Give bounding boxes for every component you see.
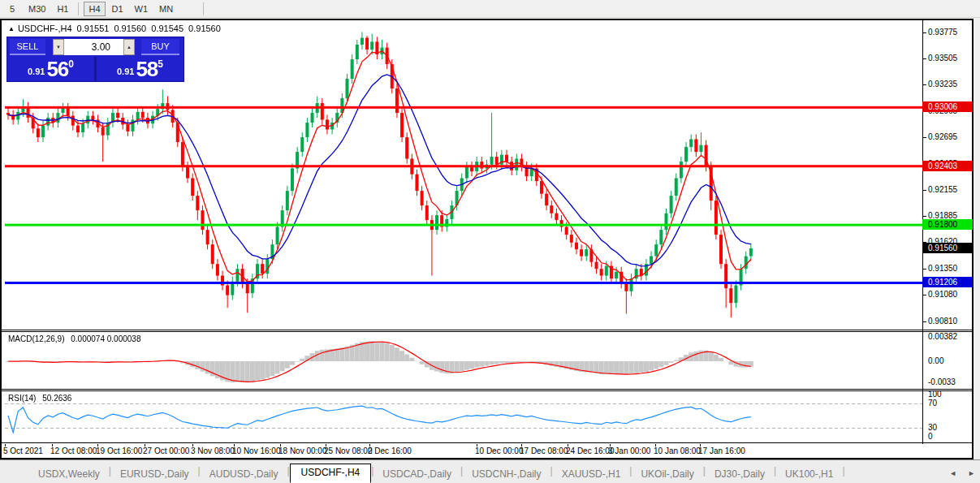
price-tick-label: 0.93775 [928, 28, 957, 37]
time-tick-label: 17 Jan 16:00 [698, 446, 745, 455]
ohlc-open: 0.91551 [77, 24, 110, 33]
one-click-trading-panel: SELL ▼ 3.00 ▲ BUY 0.91560 0.91585 [6, 37, 184, 82]
tab-scroll-left-icon[interactable]: ◄ [949, 469, 956, 477]
price-tick-label: 0.93505 [928, 54, 957, 63]
timeframe-toolbar: 5M30H1H4D1W1MN [0, 0, 980, 18]
macd-values: 0.000074 0.000038 [71, 334, 140, 343]
chart-tab-ukoil-daily[interactable]: UKOil-,Daily [632, 466, 702, 483]
timeframe-button-d1[interactable]: D1 [107, 2, 128, 16]
price-tick-label: 0.90810 [928, 317, 957, 326]
price-tick-mark [922, 321, 926, 322]
chart-tab-uk100-h1[interactable]: UK100-,H1 [776, 466, 842, 483]
chart-tab-usdcnh-daily[interactable]: USDCNH-,Daily [463, 466, 550, 483]
rsi-name: RSI(14) [8, 394, 36, 403]
rsi-axis-label: 0 [928, 432, 933, 442]
time-tick-label: 17 Dec 08:00 [520, 446, 568, 455]
toolbar-separator [203, 2, 204, 15]
timeframe-button-5[interactable]: 5 [2, 2, 22, 16]
price-tick-label: 0.92155 [928, 185, 957, 195]
sell-price-button[interactable]: 0.91560 [7, 57, 94, 81]
timeframe-button-w1[interactable]: W1 [130, 2, 153, 16]
macd-name: MACD(12,26,9) [8, 334, 64, 343]
price-tick-label: 0.91080 [928, 290, 957, 300]
time-tick-label: 2 Dec 16:00 [368, 446, 412, 455]
collapse-panel-icon[interactable]: ▲ [8, 25, 15, 32]
chart-window: ▲USDCHF-,H4 0.91551 0.91560 0.91545 0.91… [0, 19, 974, 459]
time-tick-label: 27 Oct 00:00 [143, 446, 189, 455]
price-level-badge: 0.91800 [922, 219, 973, 230]
timeframe-button-h1[interactable]: H1 [52, 2, 73, 16]
time-tick-label: 3 Jan 00:00 [608, 446, 650, 455]
pane-divider-main-macd[interactable] [2, 330, 972, 332]
price-tick-mark [922, 190, 926, 191]
volume-increase-button[interactable]: ▲ [123, 39, 135, 55]
buy-price-button[interactable]: 0.91585 [97, 57, 183, 81]
chart-ohlc-header: ▲USDCHF-,H4 0.91551 0.91560 0.91545 0.91… [8, 24, 223, 33]
chart-tab-xauusd-h1[interactable]: XAUUSD-,H1 [553, 466, 630, 483]
ohlc-high: 0.91560 [114, 24, 146, 33]
price-tick-mark [922, 58, 926, 59]
price-level-badge: 0.92403 [922, 161, 973, 171]
price-tick-mark [922, 295, 926, 295]
chart-tab-usdcad-daily[interactable]: USDCAD-,Daily [373, 466, 460, 483]
time-axis[interactable]: 5 Oct 202112 Oct 08:0019 Oct 16:0027 Oct… [2, 444, 972, 458]
toolbar-separator [78, 2, 79, 15]
tab-scroll-right-icon[interactable]: ► [968, 469, 975, 477]
chart-tab-dj30-daily[interactable]: DJ30-,Daily [706, 466, 774, 483]
macd-axis-label: 0.00382 [928, 332, 957, 342]
timeframe-button-mn[interactable]: MN [154, 2, 178, 16]
rsi-value: 50.2636 [42, 394, 71, 403]
price-tick-label: 0.91350 [928, 264, 957, 274]
chart-tab-bar: USDX,Weekly|EURUSD-,Daily|AUDUSD-,Daily|… [0, 459, 980, 483]
tab-divider: | [842, 465, 844, 478]
time-tick-label: 10 Dec 00:00 [475, 446, 524, 455]
time-tick-label: 12 Oct 08:00 [50, 446, 97, 455]
price-tick-mark [922, 269, 926, 270]
price-tick-label: 0.93235 [928, 80, 957, 89]
buy-price-prefix: 0.91 [117, 67, 134, 76]
buy-price-pip: 5 [158, 58, 163, 70]
rsi-axis-label: 70 [928, 399, 937, 408]
price-level-badge: 0.91560 [922, 243, 973, 253]
time-tick-label: 5 Oct 2021 [3, 446, 43, 455]
buy-price-big: 58 [136, 57, 158, 81]
macd-label: MACD(12,26,9) 0.000074 0.000038 [8, 334, 140, 343]
timeframe-button-m30[interactable]: M30 [24, 2, 50, 16]
time-tick-label: 24 Dec 16:00 [566, 446, 615, 455]
volume-input[interactable]: 3.00 [64, 39, 123, 55]
time-tick-label: 3 Nov 08:00 [191, 446, 235, 455]
rsi-indicator-canvas[interactable] [5, 391, 922, 442]
price-tick-label: 0.92695 [928, 132, 957, 142]
price-tick-mark [922, 216, 926, 217]
macd-axis-label: -0.0033 [928, 377, 956, 387]
ohlc-close: 0.91560 [188, 24, 221, 33]
sell-price-prefix: 0.91 [28, 67, 45, 76]
macd-indicator-canvas[interactable] [5, 332, 922, 389]
rsi-label: RSI(14) 50.2636 [8, 394, 71, 403]
time-tick-label: 19 Oct 16:00 [96, 446, 142, 455]
chevron-up-icon: ▲ [127, 45, 132, 50]
price-tick-mark [922, 137, 926, 138]
ohlc-low: 0.91545 [151, 24, 183, 33]
sell-button[interactable]: SELL [10, 39, 45, 55]
time-tick-label: 25 Nov 08:00 [324, 446, 373, 455]
volume-decrease-button[interactable]: ▼ [53, 39, 64, 55]
price-tick-mark [922, 84, 926, 85]
price-level-badge: 0.93006 [922, 101, 973, 112]
chart-tab-audusd-daily[interactable]: AUDUSD-,Daily [201, 466, 287, 483]
macd-axis-label: 0.00 [928, 356, 943, 366]
time-tick-label: 10 Nov 16:00 [232, 446, 281, 455]
buy-button[interactable]: BUY [141, 39, 179, 55]
price-level-badge: 0.91206 [922, 277, 973, 287]
chart-tab-eurusd-daily[interactable]: EURUSD-,Daily [111, 466, 198, 483]
sell-price-pip: 0 [68, 58, 74, 70]
sell-price-big: 56 [46, 57, 68, 81]
time-tick-label: 18 Nov 00:00 [278, 446, 327, 455]
chevron-down-icon: ▼ [56, 45, 61, 50]
chart-symbol-title: USDCHF-,H4 [18, 24, 72, 33]
chart-tab-usdx-weekly[interactable]: USDX,Weekly [29, 466, 109, 483]
pane-divider-macd-rsi[interactable] [2, 389, 972, 391]
chart-tab-usdchf-h4[interactable]: USDCHF-,H4 [290, 464, 372, 483]
timeframe-button-h4[interactable]: H4 [84, 2, 105, 16]
time-tick-label: 10 Jan 08:00 [654, 446, 701, 455]
